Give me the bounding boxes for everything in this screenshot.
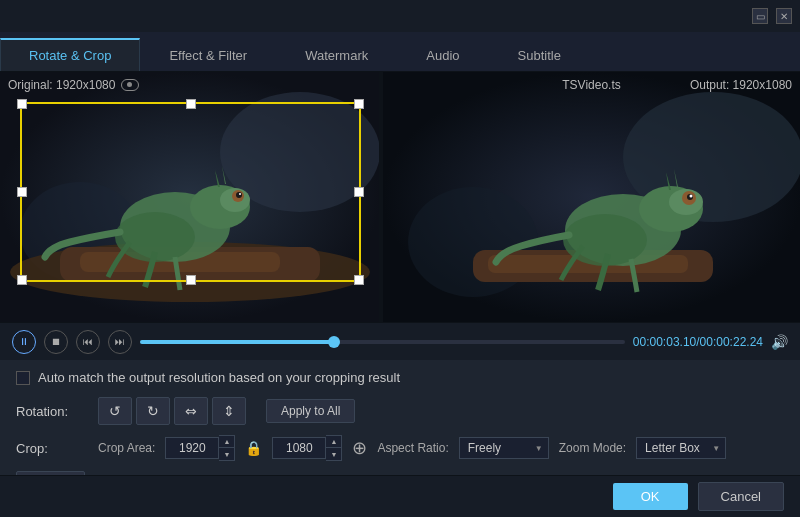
crosshair-icon[interactable]: ⊕ bbox=[352, 437, 367, 459]
apply-all-button[interactable]: Apply to All bbox=[266, 399, 355, 423]
rotation-buttons: ↺ ↻ ⇔ ⇕ bbox=[98, 397, 246, 425]
auto-match-label: Auto match the output resolution based o… bbox=[38, 370, 400, 385]
auto-match-row: Auto match the output resolution based o… bbox=[16, 370, 784, 385]
volume-icon[interactable]: 🔊 bbox=[771, 334, 788, 350]
aspect-ratio-select[interactable]: Freely 16:9 4:3 1:1 bbox=[459, 437, 549, 459]
zoom-mode-select[interactable]: Letter Box Pan & Scan Full bbox=[636, 437, 726, 459]
tabs-bar: Rotate & Crop Effect & Filter Watermark … bbox=[0, 32, 800, 72]
tab-subtitle[interactable]: Subtitle bbox=[489, 38, 590, 71]
crop-label: Crop: bbox=[16, 441, 86, 456]
crop-height-spinner: ▲ ▼ bbox=[326, 435, 342, 461]
crop-settings: Crop Area: ▲ ▼ 🔒 ▲ ▼ ⊕ bbox=[98, 435, 726, 461]
tab-effect-filter[interactable]: Effect & Filter bbox=[140, 38, 276, 71]
original-resolution: Original: 1920x1080 bbox=[8, 78, 115, 92]
crop-overlay[interactable] bbox=[20, 102, 361, 282]
original-label: Original: 1920x1080 bbox=[8, 78, 139, 92]
close-button[interactable]: ✕ bbox=[776, 8, 792, 24]
rotation-row: Rotation: ↺ ↻ ⇔ ⇕ Apply to All bbox=[16, 397, 784, 425]
crop-handle-bc[interactable] bbox=[186, 275, 196, 285]
aspect-ratio-wrapper: Freely 16:9 4:3 1:1 bbox=[459, 437, 549, 459]
auto-match-checkbox[interactable] bbox=[16, 371, 30, 385]
flip-v-button[interactable]: ⇕ bbox=[212, 397, 246, 425]
ok-button[interactable]: OK bbox=[613, 483, 688, 510]
cancel-button[interactable]: Cancel bbox=[698, 482, 784, 511]
tab-rotate-crop[interactable]: Rotate & Crop bbox=[0, 38, 140, 71]
crop-height-group: ▲ ▼ bbox=[272, 435, 342, 461]
aspect-lock-icon[interactable]: 🔒 bbox=[245, 440, 262, 456]
pause-button[interactable]: ⏸ bbox=[12, 330, 36, 354]
crop-width-down[interactable]: ▼ bbox=[219, 448, 234, 460]
crop-handle-bl[interactable] bbox=[17, 275, 27, 285]
title-bar: ▭ ✕ bbox=[0, 0, 800, 32]
crop-handle-br[interactable] bbox=[354, 275, 364, 285]
crop-width-input[interactable] bbox=[165, 437, 219, 459]
left-video-panel: Original: 1920x1080 bbox=[0, 72, 379, 322]
crop-height-up[interactable]: ▲ bbox=[326, 436, 341, 448]
zoom-mode-wrapper: Letter Box Pan & Scan Full bbox=[636, 437, 726, 459]
crop-handle-tc[interactable] bbox=[186, 99, 196, 109]
rotation-label: Rotation: bbox=[16, 404, 86, 419]
crop-handle-ml[interactable] bbox=[17, 187, 27, 197]
eye-icon[interactable] bbox=[121, 79, 139, 91]
crop-area-label: Crop Area: bbox=[98, 441, 155, 455]
crop-height-down[interactable]: ▼ bbox=[326, 448, 341, 460]
rotate-ccw-button[interactable]: ↺ bbox=[98, 397, 132, 425]
prev-frame-button[interactable]: ⏮ bbox=[76, 330, 100, 354]
crop-handle-tl[interactable] bbox=[17, 99, 27, 109]
crop-handle-mr[interactable] bbox=[354, 187, 364, 197]
stop-button[interactable]: ⏹ bbox=[44, 330, 68, 354]
flip-h-button[interactable]: ⇔ bbox=[174, 397, 208, 425]
bottom-bar: OK Cancel bbox=[0, 475, 800, 517]
right-video-panel: TSVideo.ts Output: 1920x1080 bbox=[381, 72, 800, 322]
output-video bbox=[383, 72, 800, 322]
svg-point-24 bbox=[690, 195, 693, 198]
time-display: 00:00:03.10/00:00:22.24 bbox=[633, 335, 763, 349]
crop-row: Crop: Crop Area: ▲ ▼ 🔒 ▲ ▼ bbox=[16, 435, 784, 461]
tab-watermark[interactable]: Watermark bbox=[276, 38, 397, 71]
crop-height-input[interactable] bbox=[272, 437, 326, 459]
progress-bar[interactable] bbox=[140, 340, 625, 344]
aspect-ratio-label: Aspect Ratio: bbox=[377, 441, 448, 455]
tab-audio[interactable]: Audio bbox=[397, 38, 488, 71]
crop-width-group: ▲ ▼ bbox=[165, 435, 235, 461]
zoom-mode-label: Zoom Mode: bbox=[559, 441, 626, 455]
video-panels: Original: 1920x1080 bbox=[0, 72, 800, 322]
next-frame-button[interactable]: ⏭ bbox=[108, 330, 132, 354]
filename-label: TSVideo.ts bbox=[562, 78, 620, 92]
progress-thumb bbox=[328, 336, 340, 348]
playback-bar: ⏸ ⏹ ⏮ ⏭ 00:00:03.10/00:00:22.24 🔊 bbox=[0, 322, 800, 360]
crop-handle-tr[interactable] bbox=[354, 99, 364, 109]
rotate-cw-button[interactable]: ↻ bbox=[136, 397, 170, 425]
time-current: 00:00:03.10 bbox=[633, 335, 696, 349]
crop-width-spinner: ▲ ▼ bbox=[219, 435, 235, 461]
output-label: Output: 1920x1080 bbox=[690, 78, 792, 92]
progress-fill bbox=[140, 340, 334, 344]
crop-width-up[interactable]: ▲ bbox=[219, 436, 234, 448]
time-total: 00:00:22.24 bbox=[700, 335, 763, 349]
restore-button[interactable]: ▭ bbox=[752, 8, 768, 24]
